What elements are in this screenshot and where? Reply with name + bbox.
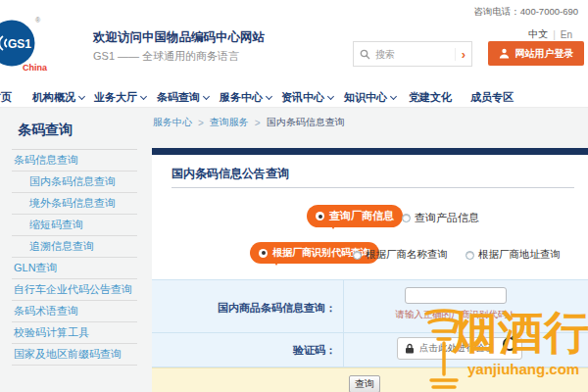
nav-item-news-center[interactable]: 资讯中心 [281,90,333,105]
refresh-captcha-icon[interactable] [500,334,519,354]
breadcrumb-separator: > [198,118,204,128]
query-panel: 国内条码信息公告查询 查询厂商信息 查询产品信息 根据厂商识别代码查询 根据厂商… [152,155,588,392]
main-nav: 首页 机构概况 业务大厅 条码查询 服务中心 资讯中心 知识中心 党建文化 成员… [0,86,588,108]
radio-query-manufacturer-selected[interactable]: 查询厂商信息 [307,205,403,227]
welcome-title: 欢迎访问中国物品编码中心网站 [93,29,265,46]
gs1-logo-icon: GS1 [0,20,35,67]
chevron-down-icon [266,93,272,100]
login-button-label: 网站用户登录 [515,47,574,61]
sidebar-item-barcode-info-query[interactable]: 条码信息查询 [12,150,137,172]
nav-item-home[interactable]: 首页 [0,90,12,105]
radio-selected-icon [259,249,268,258]
nav-label: 党建文化 [409,91,452,103]
logo-region-label: China [23,63,47,73]
nav-label: 知识中心 [344,91,387,103]
radio-label: 根据厂商地址查询 [478,248,561,262]
nav-label: 成员专区 [470,91,514,103]
search-icon [360,49,370,60]
nav-item-knowledge-center[interactable]: 知识中心 [344,90,396,105]
sidebar-item-trace-info-query[interactable]: 追溯信息查询 [12,236,137,258]
svg-text:GS1: GS1 [8,37,31,51]
chevron-down-icon [203,93,210,100]
page-title: 国内条码信息公告查询 [172,166,289,182]
lang-en[interactable]: En [561,29,572,40]
sidebar-item-check-digit-tool[interactable]: 校验码计算工具 [12,322,137,344]
page: 咨询电话：400-7000-690 GS1 ® China 欢迎访问中国物品编码… [0,0,588,392]
login-button[interactable]: 网站用户登录 [488,41,584,66]
welcome-subtitle: GS1 —— 全球通用的商务语言 [93,49,239,64]
chevron-down-icon [78,93,85,100]
nav-label: 条码查询 [157,91,200,103]
nav-item-barcode-query[interactable]: 条码查询 [157,90,209,105]
language-switcher: 中文 | En [528,27,572,41]
chevron-down-icon [140,93,147,100]
search-box: › [353,41,472,67]
sidebar-item-country-prefix-query[interactable]: 国家及地区前缀码查询 [12,344,137,366]
sidebar-item-gln-query[interactable]: GLN查询 [12,258,137,279]
radio-by-manufacturer-name[interactable]: 根据厂商名称查询 [353,248,448,262]
radio-label: 查询厂商信息 [329,209,394,223]
nav-item-member-zone[interactable]: 成员专区 [470,90,514,105]
radio-label: 查询产品信息 [415,211,479,225]
sidebar-item-short-code-query[interactable]: 缩短码查询 [12,215,137,236]
breadcrumb: 服务中心 > 查询服务 > 国内条码信息查询 [153,116,345,129]
breadcrumb-query-service[interactable]: 查询服务 [210,116,249,129]
nav-item-service-center[interactable]: 服务中心 [220,90,271,105]
barcode-query-label: 国内商品条码信息查询： [152,301,336,316]
radio-query-product[interactable]: 查询产品信息 [402,211,479,225]
registered-mark: ® [35,17,40,24]
breadcrumb-service-center[interactable]: 服务中心 [153,116,192,129]
radio-unselected-icon [353,251,362,260]
radio-unselected-icon [402,214,411,222]
nav-label: 服务中心 [220,91,263,103]
lock-icon [405,343,415,354]
title-divider [172,187,574,188]
breadcrumb-separator: > [255,118,261,128]
site-header: 咨询电话：400-7000-690 GS1 ® China 欢迎访问中国物品编码… [0,0,588,86]
sidebar-item-barcode-terms-query[interactable]: 条码术语查询 [12,301,137,322]
lang-divider: | [553,29,556,40]
search-input[interactable] [375,49,455,60]
captcha-button-label: 点击此处进行验证 [419,342,494,355]
nav-label: 业务大厅 [94,91,137,103]
nav-item-business-hall[interactable]: 业务大厅 [94,90,146,105]
submit-row: 查询 [152,368,588,392]
search-submit-arrow[interactable]: › [455,48,466,61]
captcha-label: 验证码： [152,343,336,358]
sidebar-item-domestic-barcode-query[interactable]: 国内条码信息查询 [12,172,137,193]
radio-selected-icon [316,212,324,220]
nav-label: 机构概况 [32,91,75,103]
radio-unselected-icon [466,251,474,260]
query-submit-button[interactable]: 查询 [349,375,380,392]
nav-item-party-culture[interactable]: 党建文化 [409,90,452,105]
nav-label: 首页 [0,91,12,103]
sidebar-item-bicycle-code-query[interactable]: 自行车企业代码公告查询 [12,279,137,301]
radio-by-manufacturer-address[interactable]: 根据厂商地址查询 [466,248,561,262]
chevron-down-icon [390,93,397,100]
radio-label: 根据厂商名称查询 [366,248,448,262]
nav-item-about[interactable]: 机构概况 [32,90,84,105]
lang-zh[interactable]: 中文 [528,27,548,41]
user-icon [499,48,510,59]
manufacturer-code-input[interactable] [405,287,507,304]
sidebar-item-overseas-barcode-query[interactable]: 境外条码信息查询 [12,193,137,215]
panel-top-bar [152,148,588,155]
breadcrumb-current-page: 国内条码信息查询 [267,116,345,129]
chevron-down-icon [327,93,334,100]
sidebar: 条码查询 条码信息查询 国内条码信息查询 境外条码信息查询 缩短码查询 追溯信息… [0,108,147,366]
query-form: 国内商品条码信息查询： 请输入正确的厂商识别代码！ 验证码： 点击此处进行验证 [152,279,588,368]
sidebar-title: 条码查询 [12,108,137,150]
phone-number: 咨询电话：400-7000-690 [473,6,578,19]
input-hint: 请输入正确的厂商识别代码！ [387,309,524,321]
nav-label: 资讯中心 [281,91,324,103]
